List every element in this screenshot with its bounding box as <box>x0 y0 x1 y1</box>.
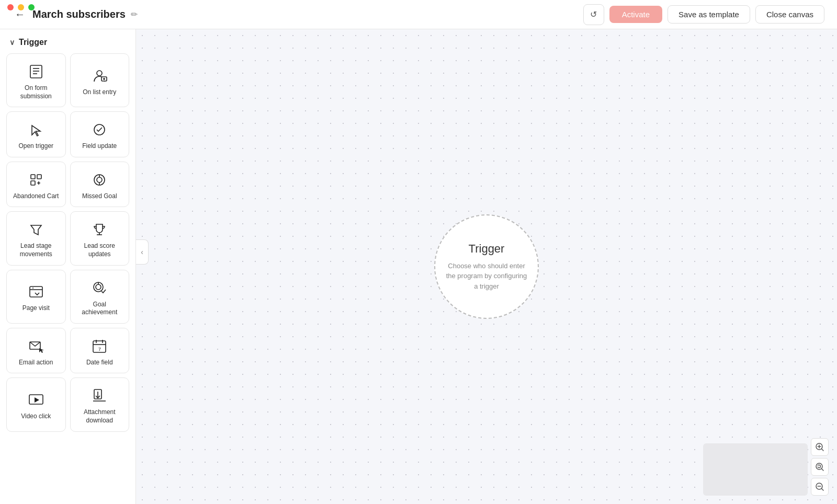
trigger-card-on-list-entry[interactable]: On list entry <box>70 53 130 107</box>
trigger-card-missed-goal[interactable]: Missed Goal <box>70 162 130 208</box>
open-trigger-icon <box>27 120 46 139</box>
traffic-lights <box>0 0 837 15</box>
trigger-card-open-trigger[interactable]: Open trigger <box>6 111 66 157</box>
trigger-grid: On form submissionOn list entryOpen trig… <box>0 53 135 440</box>
canvas-area[interactable]: Trigger Choose who should enter the prog… <box>136 29 837 504</box>
field-update-label: Field update <box>82 142 117 151</box>
dot-green <box>28 4 35 10</box>
svg-line-40 <box>822 469 824 471</box>
trigger-card-lead-stage-movements[interactable]: Lead stage movements <box>6 211 66 265</box>
video-click-label: Video click <box>21 413 51 421</box>
date-field-icon: 7 <box>90 337 109 356</box>
svg-line-42 <box>822 489 824 491</box>
zoom-controls <box>811 438 829 496</box>
lead-stage-movements-icon <box>27 220 46 239</box>
mini-map <box>703 443 808 496</box>
open-trigger-label: Open trigger <box>18 142 53 151</box>
zoom-out-button[interactable] <box>811 478 829 496</box>
dot-red <box>7 4 14 10</box>
attachment-download-icon <box>90 386 109 405</box>
trigger-card-on-form-submission[interactable]: On form submission <box>6 53 66 107</box>
video-click-icon <box>27 391 46 409</box>
sidebar: ∨ Trigger On form submissionOn list entr… <box>0 29 136 504</box>
trigger-card-video-click[interactable]: Video click <box>6 377 66 431</box>
svg-point-23 <box>96 284 101 290</box>
svg-point-13 <box>97 177 102 182</box>
trigger-node-desc: Choose who should enter the program by c… <box>446 261 527 292</box>
field-update-icon <box>90 120 109 139</box>
trigger-node-title: Trigger <box>469 242 505 256</box>
zoom-in-button[interactable] <box>811 438 829 456</box>
sidebar-header: ∨ Trigger <box>0 29 135 53</box>
page-visit-icon <box>27 282 46 301</box>
goal-achievement-label: Goal achievement <box>75 301 125 317</box>
attachment-download-label: Attachment download <box>75 408 125 425</box>
page-visit-label: Page visit <box>22 304 50 313</box>
svg-point-4 <box>97 71 102 76</box>
svg-line-36 <box>822 449 824 451</box>
svg-rect-10 <box>37 175 41 179</box>
chevron-icon: ∨ <box>9 38 15 47</box>
missed-goal-label: Missed Goal <box>82 192 117 201</box>
svg-rect-19 <box>30 287 42 297</box>
collapse-sidebar-button[interactable]: ‹ <box>136 239 149 265</box>
trigger-node[interactable]: Trigger Choose who should enter the prog… <box>434 214 539 319</box>
abandoned-cart-label: Abandoned Cart <box>13 192 59 201</box>
trigger-card-lead-score-updates[interactable]: Lead score updates <box>70 211 130 265</box>
missed-goal-icon <box>90 170 109 189</box>
goal-achievement-icon <box>90 279 109 297</box>
trigger-card-page-visit[interactable]: Page visit <box>6 270 66 324</box>
svg-marker-16 <box>31 225 41 235</box>
lead-score-updates-label: Lead score updates <box>75 242 125 258</box>
date-field-label: Date field <box>86 359 113 367</box>
email-action-icon <box>27 337 46 356</box>
main-layout: ∨ Trigger On form submissionOn list entr… <box>0 29 837 504</box>
zoom-in-icon <box>815 442 824 452</box>
on-list-entry-icon <box>90 66 109 85</box>
trigger-card-email-action[interactable]: Email action <box>6 328 66 374</box>
zoom-out-icon <box>815 482 824 491</box>
trigger-card-date-field[interactable]: 7Date field <box>70 328 130 374</box>
svg-rect-11 <box>31 181 35 185</box>
on-form-submission-icon <box>27 62 46 81</box>
svg-rect-0 <box>30 65 42 78</box>
svg-rect-9 <box>31 175 35 179</box>
trigger-section-label: Trigger <box>19 38 47 47</box>
email-action-label: Email action <box>19 359 53 367</box>
lead-score-updates-icon <box>90 220 109 239</box>
abandoned-cart-icon <box>27 170 46 189</box>
dot-yellow <box>18 4 24 10</box>
on-form-submission-label: On form submission <box>11 84 61 100</box>
svg-text:7: 7 <box>98 347 101 352</box>
trigger-card-goal-achievement[interactable]: Goal achievement <box>70 270 130 324</box>
zoom-reset-icon <box>815 462 824 472</box>
trigger-card-field-update[interactable]: Field update <box>70 111 130 157</box>
svg-marker-32 <box>35 397 39 403</box>
trigger-card-abandoned-cart[interactable]: Abandoned Cart <box>6 162 66 208</box>
zoom-reset-button[interactable] <box>811 458 829 476</box>
on-list-entry-label: On list entry <box>83 88 116 97</box>
trigger-card-attachment-download[interactable]: Attachment download <box>70 377 130 431</box>
lead-stage-movements-label: Lead stage movements <box>11 242 61 258</box>
